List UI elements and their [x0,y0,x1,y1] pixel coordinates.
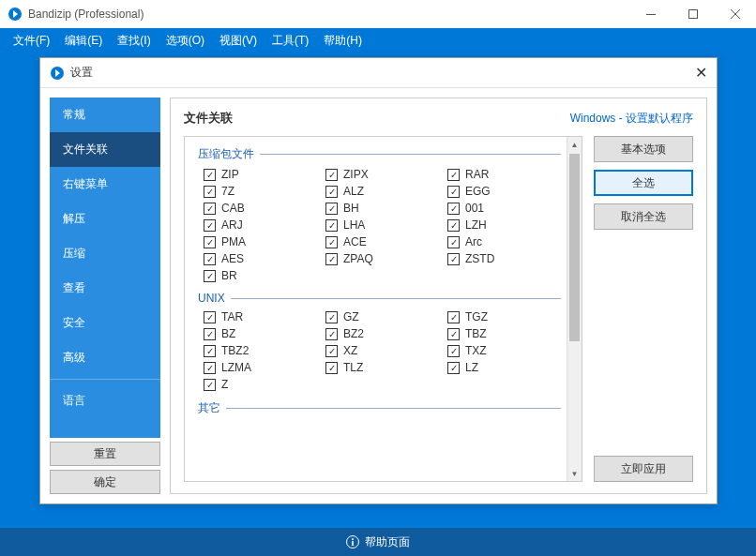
checkbox-gz[interactable]: ✓GZ [325,310,429,323]
sidebar-item-security[interactable]: 安全 [50,306,160,340]
checkbox-xz[interactable]: ✓XZ [325,344,429,357]
checkbox-001[interactable]: ✓001 [447,202,551,215]
checkbox-bz[interactable]: ✓BZ [204,327,307,340]
checkbox-bh[interactable]: ✓BH [325,202,429,215]
check-icon: ✓ [325,186,338,198]
checkbox-rar[interactable]: ✓RAR [447,168,551,181]
group-title: 压缩包文件 [198,146,567,162]
checkbox-label: LZ [465,361,478,374]
menu-find[interactable]: 查找(I) [110,33,158,49]
group-title: UNIX [198,292,567,305]
checkbox-zstd[interactable]: ✓ZSTD [447,252,551,265]
close-button[interactable] [714,0,756,28]
checkbox-label: TXZ [465,344,487,357]
checkbox-label: GZ [343,310,359,323]
dialog-icon [50,66,65,81]
deselect-all-button[interactable]: 取消全选 [594,203,693,230]
check-icon: ✓ [204,379,216,391]
checkbox-arj[interactable]: ✓ARJ [204,218,307,232]
svg-rect-8 [352,541,354,546]
checkbox-pma[interactable]: ✓PMA [204,235,307,248]
sidebar-item-language[interactable]: 语言 [50,383,160,418]
settings-dialog: 设置 ✕ 常规 文件关联 右键菜单 解压 压缩 查看 安全 高级 语言 重置 确… [39,57,718,504]
check-icon: ✓ [325,219,338,232]
checkbox-tbz[interactable]: ✓TBZ [447,327,551,340]
checkbox-label: AES [221,252,244,265]
checkbox-tlz[interactable]: ✓TLZ [325,361,429,374]
footer[interactable]: 帮助页面 [0,528,756,556]
scroll-up-icon[interactable]: ▲ [567,137,582,152]
titlebar: Bandizip (Professional) [0,0,756,28]
checkbox-lz[interactable]: ✓LZ [447,361,551,374]
checkbox-lzma[interactable]: ✓LZMA [204,361,307,374]
sidebar-item-general[interactable]: 常规 [50,98,160,132]
checkbox-alz[interactable]: ✓ALZ [325,185,429,198]
checkbox-7z[interactable]: ✓7Z [204,185,307,198]
checkbox-br[interactable]: ✓BR [204,269,307,282]
maximize-button[interactable] [672,0,714,28]
scrollbar[interactable]: ▲ ▼ [567,137,582,481]
checkbox-label: ALZ [343,185,364,198]
sidebar-item-advanced[interactable]: 高级 [50,340,160,375]
checkbox-label: RAR [465,168,489,181]
checkbox-tgz[interactable]: ✓TGZ [447,310,551,323]
checkbox-arc[interactable]: ✓Arc [447,235,551,248]
window-title: Bandizip (Professional) [28,8,144,21]
checkbox-ace[interactable]: ✓ACE [325,235,429,248]
check-icon: ✓ [204,270,216,282]
basic-options-button[interactable]: 基本选项 [594,136,693,162]
menubar: 文件(F) 编辑(E) 查找(I) 选项(O) 视图(V) 工具(T) 帮助(H… [0,28,756,53]
sidebar-item-view[interactable]: 查看 [50,271,160,306]
checkbox-tbz2[interactable]: ✓TBZ2 [204,344,307,357]
check-icon: ✓ [447,203,460,215]
check-icon: ✓ [325,169,338,181]
menu-tools[interactable]: 工具(T) [265,33,316,49]
checkbox-label: BR [221,269,237,282]
svg-rect-1 [646,14,656,15]
default-programs-link[interactable]: Windows - 设置默认程序 [570,111,693,127]
checkbox-label: ZPAQ [343,252,373,265]
checkbox-lha[interactable]: ✓LHA [325,218,429,232]
checkbox-bz2[interactable]: ✓BZ2 [325,327,429,340]
menu-view[interactable]: 视图(V) [212,33,265,49]
checkbox-label: LHA [343,218,365,232]
menu-help[interactable]: 帮助(H) [316,33,370,49]
menu-file[interactable]: 文件(F) [6,33,57,49]
ok-button[interactable]: 确定 [50,470,160,494]
sidebar-item-extract[interactable]: 解压 [50,202,160,236]
minimize-button[interactable] [629,0,672,28]
checkbox-aes[interactable]: ✓AES [204,252,307,265]
checkbox-zpaq[interactable]: ✓ZPAQ [325,252,429,265]
reset-button[interactable]: 重置 [50,442,160,466]
sidebar-items: 常规 文件关联 右键菜单 解压 压缩 查看 安全 高级 语言 [50,98,160,438]
checkbox-zip[interactable]: ✓ZIP [204,168,307,181]
checkbox-zipx[interactable]: ✓ZIPX [325,168,429,181]
page-title: 文件关联 [184,110,233,127]
checkbox-label: LZMA [221,361,251,374]
check-icon: ✓ [204,253,216,265]
svg-rect-2 [688,10,697,19]
footer-help-link[interactable]: 帮助页面 [365,534,410,550]
check-icon: ✓ [204,311,216,323]
close-icon[interactable]: ✕ [695,64,707,82]
checkbox-label: Arc [465,235,482,248]
sidebar-item-context[interactable]: 右键菜单 [50,167,160,202]
checkbox-cab[interactable]: ✓CAB [204,202,307,215]
menu-options[interactable]: 选项(O) [159,33,212,49]
checkbox-tar[interactable]: ✓TAR [204,310,307,323]
scroll-down-icon[interactable]: ▼ [567,466,582,481]
checkbox-label: TBZ [465,327,487,340]
sidebar-item-compress[interactable]: 压缩 [50,236,160,271]
check-icon: ✓ [447,219,460,232]
scroll-thumb[interactable] [569,154,580,341]
checkbox-egg[interactable]: ✓EGG [447,185,551,198]
checkbox-z[interactable]: ✓Z [204,378,307,391]
check-icon: ✓ [204,169,216,181]
sidebar-item-assoc[interactable]: 文件关联 [50,132,160,167]
apply-button[interactable]: 立即应用 [594,456,693,482]
menu-edit[interactable]: 编辑(E) [57,33,110,49]
checkbox-lzh[interactable]: ✓LZH [447,218,551,232]
checkbox-label: LZH [465,218,487,232]
select-all-button[interactable]: 全选 [594,170,693,196]
checkbox-txz[interactable]: ✓TXZ [447,344,551,357]
